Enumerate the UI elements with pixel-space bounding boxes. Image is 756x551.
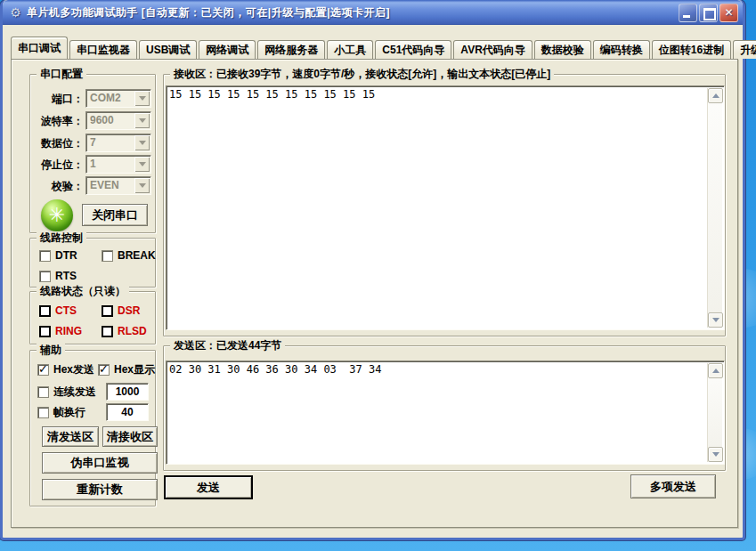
rlsd-indicator: RLSD: [102, 325, 147, 337]
continuous-send-checkbox[interactable]: 连续发送: [37, 385, 96, 400]
checkbox-box: [98, 364, 110, 376]
continuous-send-label: 连续发送: [53, 385, 96, 400]
hex-display-checkbox[interactable]: Hex显示: [98, 362, 155, 377]
tab-serial-monitor[interactable]: 串口监视器: [69, 40, 137, 59]
maximize-button[interactable]: [699, 4, 718, 22]
chevron-down-icon[interactable]: [134, 113, 150, 128]
databits-value: 7: [86, 134, 134, 151]
receive-area-title: 接收区：已接收39字节，速度0字节/秒，接收状态[允许]，输出文本状态[已停止]: [170, 68, 554, 80]
frame-newline-checkbox[interactable]: 帧换行: [37, 405, 85, 420]
ring-label: RING: [55, 325, 82, 337]
hex-send-checkbox[interactable]: Hex发送: [37, 362, 94, 377]
stopbits-select[interactable]: 1: [85, 155, 151, 174]
close-port-button[interactable]: 关闭串口: [82, 204, 148, 226]
clear-send-area-button[interactable]: 清发送区: [42, 426, 99, 447]
chevron-down-icon[interactable]: [134, 91, 150, 106]
frame-length-input[interactable]: [106, 403, 149, 421]
tab-small-tools[interactable]: 小工具: [327, 40, 373, 59]
serial-debug-panel: 串口配置 端口： COM2 波特率： 9600 数据位： 7: [11, 59, 738, 528]
receive-textarea[interactable]: 15 15 15 15 15 15 15 15 15 15 15: [166, 85, 725, 330]
tab-upgrade-config[interactable]: 升级与配置: [733, 40, 756, 59]
line-control-title: 线路控制: [37, 231, 86, 244]
tab-c51-wizard[interactable]: C51代码向导: [375, 40, 451, 59]
dtr-label: DTR: [55, 249, 77, 262]
hex-display-label: Hex显示: [114, 362, 155, 377]
cts-indicator: CTS: [39, 304, 77, 317]
title-bar[interactable]: ⚙ 单片机多功能调试助手 [自动更新：已关闭，可在|升级与配置|选项卡开启]: [3, 0, 743, 25]
arrow-down-icon: [712, 452, 719, 460]
rlsd-label: RLSD: [118, 325, 147, 337]
arrow-down-icon: [712, 318, 719, 326]
break-label: BREAK: [118, 249, 156, 262]
break-checkbox[interactable]: BREAK: [102, 249, 156, 262]
line-status-title: 线路状态（只读）: [37, 285, 129, 297]
checkbox-box: [102, 326, 113, 337]
chevron-down-icon[interactable]: [134, 135, 150, 150]
baud-label: 波特率：: [30, 114, 84, 129]
checkbox-box: [39, 250, 51, 262]
recount-button[interactable]: 重新计数: [42, 479, 158, 500]
scroll-up-button[interactable]: [708, 88, 723, 103]
tab-bitmap-to-hex[interactable]: 位图转16进制: [652, 40, 731, 59]
send-text: 02 30 31 30 46 36 30 34 03 37 34: [169, 363, 706, 462]
parity-label: 校验：: [30, 179, 84, 194]
checkbox-box: [102, 250, 113, 262]
line-status-group: 线路状态（只读） CTS DSR RING RLSD: [29, 291, 156, 344]
parity-value: EVEN: [86, 177, 134, 194]
arrow-up-icon: [712, 365, 719, 373]
scroll-down-button[interactable]: [708, 447, 723, 462]
checkbox-box: [37, 386, 49, 398]
cts-label: CTS: [55, 304, 77, 317]
app-gear-icon: ⚙: [8, 5, 23, 20]
tab-network-server[interactable]: 网络服务器: [257, 40, 325, 59]
serial-config-title: 串口配置: [37, 68, 86, 80]
send-group: 发送区：已发送44字节 02 30 31 30 46 36 30 34 03 3…: [163, 345, 726, 471]
close-button[interactable]: [719, 4, 738, 22]
send-scrollbar[interactable]: [707, 363, 722, 462]
chevron-down-icon[interactable]: [134, 178, 150, 193]
tab-network-debug[interactable]: 网络调试: [199, 40, 256, 59]
tab-encoding-convert[interactable]: 编码转换: [593, 40, 650, 59]
port-value: COM2: [86, 90, 134, 107]
rts-checkbox[interactable]: RTS: [39, 270, 77, 282]
hex-send-label: Hex发送: [53, 362, 94, 377]
receive-group: 接收区：已接收39字节，速度0字节/秒，接收状态[允许]，输出文本状态[已停止]…: [163, 74, 726, 336]
chevron-down-icon[interactable]: [134, 157, 150, 172]
send-button[interactable]: 发送: [164, 475, 253, 499]
app-window: ⚙ 单片机多功能调试助手 [自动更新：已关闭，可在|升级与配置|选项卡开启] 串…: [0, 0, 745, 540]
checkbox-box: [39, 326, 51, 337]
dtr-checkbox[interactable]: DTR: [39, 249, 77, 262]
minimize-button[interactable]: [679, 4, 697, 22]
pseudo-serial-monitor-button[interactable]: 伪串口监视: [42, 452, 158, 474]
line-control-group: 线路控制 DTR BREAK RTS: [29, 238, 156, 288]
parity-select[interactable]: EVEN: [85, 176, 151, 195]
multi-send-button[interactable]: 多项发送: [630, 474, 716, 498]
dsr-label: DSR: [118, 304, 140, 317]
port-select[interactable]: COM2: [85, 89, 151, 108]
databits-label: 数据位：: [30, 136, 84, 151]
stopbits-value: 1: [86, 156, 134, 173]
baud-value: 9600: [86, 112, 134, 129]
send-textarea[interactable]: 02 30 31 30 46 36 30 34 03 37 34: [166, 361, 725, 465]
receive-scrollbar[interactable]: [707, 88, 722, 328]
clear-receive-area-button[interactable]: 清接收区: [102, 426, 158, 447]
aux-group: 辅助 Hex发送 Hex显示 连续发送 帧换行: [29, 350, 156, 506]
serial-config-group: 串口配置 端口： COM2 波特率： 9600 数据位： 7: [29, 74, 156, 233]
checkbox-box: [37, 407, 49, 418]
aux-title: 辅助: [37, 344, 65, 356]
tab-avr-wizard[interactable]: AVR代码向导: [453, 40, 532, 59]
port-open-status-icon: ✳: [41, 199, 73, 231]
checkbox-box: [37, 364, 49, 376]
port-label: 端口：: [30, 92, 84, 107]
tab-serial-debug[interactable]: 串口调试: [11, 36, 68, 59]
send-area-title: 发送区：已发送44字节: [170, 339, 285, 352]
receive-text: 15 15 15 15 15 15 15 15 15 15 15: [169, 88, 706, 328]
baud-select[interactable]: 9600: [85, 111, 151, 130]
send-interval-input[interactable]: [106, 383, 149, 401]
scroll-down-button[interactable]: [708, 312, 723, 328]
tab-data-checksum[interactable]: 数据校验: [534, 40, 591, 59]
databits-select[interactable]: 7: [85, 134, 151, 152]
tab-usb-debug[interactable]: USB调试: [139, 40, 197, 59]
scroll-up-button[interactable]: [708, 363, 723, 378]
ring-indicator: RING: [39, 325, 82, 337]
